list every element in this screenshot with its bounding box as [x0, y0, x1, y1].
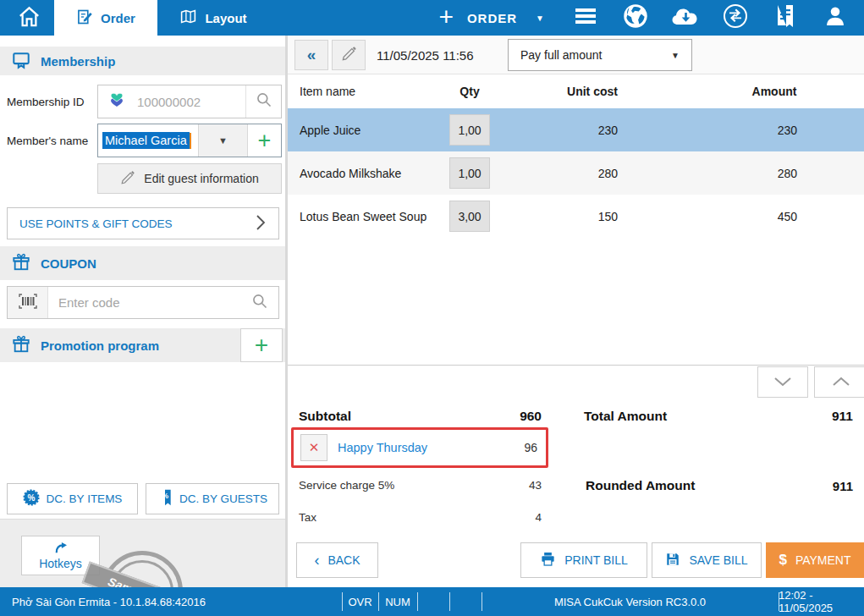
item-name: Apple Juice [300, 108, 360, 151]
use-points-label: USE POINTS & GIFT CODES [19, 217, 173, 230]
item-qty-field[interactable]: 1,00 [449, 157, 490, 189]
membership-id-row: Membership ID [0, 85, 285, 118]
use-points-button[interactable]: USE POINTS & GIFT CODES [7, 207, 279, 239]
tab-layout-label: Layout [205, 11, 246, 25]
payment-button[interactable]: $ PAYMENT [766, 542, 864, 578]
chevron-right-icon [255, 214, 267, 234]
membership-id-field[interactable] [97, 85, 282, 118]
topbar-actions: + ORDER ▼ [438, 0, 849, 36]
coupon-search-button[interactable] [241, 287, 278, 318]
percent-tag-icon: % [157, 489, 173, 509]
totals-divider [288, 365, 864, 366]
scroll-down-button[interactable] [757, 366, 808, 398]
percent-badge-icon: % [23, 489, 40, 509]
order-item-row[interactable]: Apple Juice 1,00 230 230 [288, 108, 864, 151]
statusbar-separator [417, 592, 418, 611]
caret-down-icon: ▼ [218, 135, 228, 146]
member-name-label: Member's name [7, 124, 88, 157]
dc-guests-label: DC. BY GUESTS [179, 492, 267, 505]
member-name-value-area[interactable]: Michael Garcia [98, 124, 198, 157]
home-button[interactable] [8, 0, 49, 36]
add-order-label: ORDER [467, 11, 517, 25]
rounded-amount-label: Rounded Amount [586, 475, 695, 497]
double-chevron-left-icon: « [307, 46, 316, 64]
statusbar: Phở Sài Gòn Ermita - 10.1.84.68:42016 OV… [0, 587, 864, 616]
pencil-icon [341, 46, 357, 65]
order-item-row[interactable]: Lotus Bean Sweet Soup 3,00 150 450 [288, 195, 864, 238]
curved-arrow-icon [53, 542, 69, 556]
back-button[interactable]: ‹ BACK [296, 542, 378, 578]
membership-id-input[interactable] [137, 95, 230, 109]
member-name-combobox[interactable]: Michael Garcia ▼ + [97, 124, 282, 157]
order-item-row[interactable]: Avocado Milkshake 1,00 280 280 [288, 151, 864, 195]
collapse-panel-button[interactable]: « [294, 40, 328, 70]
printer-icon [540, 551, 556, 569]
promotion-discount-row annotation-highlight: ✕ Happy Thursday 96 [291, 427, 548, 468]
discount-by-guests-button[interactable]: % DC. BY GUESTS [146, 483, 279, 514]
plus-icon: + [255, 332, 268, 359]
barcode-icon [18, 293, 38, 313]
cloud-download-icon [671, 5, 700, 30]
close-icon: ✕ [309, 440, 320, 455]
member-name-row: Member's name Michael Garcia ▼ + [0, 124, 285, 157]
item-qty-field[interactable]: 1,00 [449, 114, 490, 146]
tab-order[interactable]: Order [54, 0, 157, 36]
menu-button[interactable] [572, 4, 599, 31]
user-icon [823, 4, 847, 31]
barcode-scan-button[interactable] [8, 287, 48, 318]
chevron-left-icon: ‹ [314, 552, 319, 569]
download-data-button[interactable] [672, 4, 699, 31]
service-charge-value: 43 [457, 476, 542, 493]
topbar: Order Layout + ORDER ▼ [0, 0, 864, 36]
edit-order-button[interactable] [332, 40, 366, 70]
membership-card-icon [12, 51, 30, 72]
column-unit-cost: Unit cost [542, 74, 643, 108]
promotion-header-label: Promotion program [41, 338, 159, 353]
tab-layout[interactable]: Layout [157, 0, 269, 36]
item-qty-field[interactable]: 3,00 [449, 201, 490, 232]
edit-guest-label: Edit guest information [144, 172, 258, 185]
rounded-amount-value: 911 [768, 475, 853, 497]
total-amount-label: Total Amount [584, 405, 667, 427]
save-bill-button[interactable]: SAVE BILL [652, 542, 762, 578]
bill-list-button[interactable] [772, 4, 799, 31]
discount-by-items-button[interactable]: % DC. BY ITEMS [7, 483, 138, 514]
print-bill-button[interactable]: PRINT BILL [520, 542, 647, 578]
add-promotion-button[interactable]: + [240, 328, 283, 362]
edit-guest-button[interactable]: Edit guest information [97, 163, 282, 194]
membership-id-label: Membership ID [7, 85, 85, 118]
plus-icon: + [258, 128, 272, 154]
user-button[interactable] [822, 4, 849, 31]
order-panel: « 11/05/2025 11:56 Pay full amount ▼ Ite… [288, 36, 864, 587]
caret-down-icon: ▼ [536, 14, 544, 23]
total-amount-value: 911 [768, 405, 853, 427]
add-member-button[interactable]: + [247, 124, 281, 157]
save-bill-label: SAVE BILL [689, 553, 747, 567]
subtotal-label: Subtotal [299, 405, 351, 427]
language-button[interactable] [622, 4, 649, 31]
remove-discount-button[interactable]: ✕ [300, 434, 327, 461]
scroll-up-button[interactable] [814, 366, 864, 398]
payment-mode-dropdown[interactable]: Pay full amount ▼ [508, 39, 692, 71]
item-unit-cost: 230 [533, 108, 618, 151]
item-amount: 230 [713, 108, 797, 151]
order-document-icon [76, 8, 93, 28]
dollar-icon: $ [779, 552, 786, 569]
tax-label: Tax [299, 509, 316, 525]
discount-name: Happy Thursday [338, 441, 427, 454]
svg-text:%: % [162, 492, 168, 500]
home-icon [18, 5, 41, 31]
coupon-code-input[interactable] [48, 287, 241, 318]
member-name-dropdown-button[interactable]: ▼ [198, 124, 247, 157]
text-cursor [190, 133, 191, 149]
item-name: Lotus Bean Sweet Soup [300, 195, 426, 238]
pencil-icon [120, 170, 135, 188]
sync-button[interactable] [722, 4, 749, 31]
item-name: Avocado Milkshake [300, 151, 401, 195]
membership-search-button[interactable] [245, 85, 281, 118]
tax-value: 4 [457, 509, 542, 525]
gift-icon [12, 335, 30, 356]
svg-text:%: % [27, 493, 35, 503]
item-qty: 3,00 [458, 210, 481, 223]
add-order-button[interactable]: + ORDER ▼ [438, 7, 544, 30]
